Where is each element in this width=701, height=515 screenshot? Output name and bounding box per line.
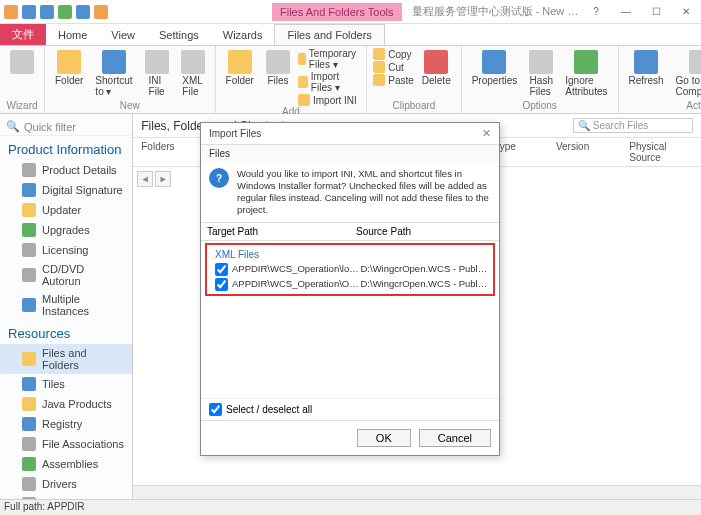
sidebar-item-assemblies[interactable]: Assemblies	[0, 454, 132, 474]
minimize-button[interactable]: —	[611, 2, 641, 22]
target-path: APPDIR\WCS_Operation\log4net.c...	[232, 263, 361, 276]
instances-icon	[22, 298, 36, 312]
forward-button[interactable]: ►	[155, 171, 171, 187]
ini-icon	[145, 50, 169, 74]
copy-button[interactable]: Copy	[373, 48, 414, 60]
sidebar-item-digital-signature[interactable]: Digital Signature	[0, 180, 132, 200]
forward-icon[interactable]	[94, 5, 108, 19]
menu-files-folders[interactable]: Files and Folders	[274, 24, 384, 45]
search-files-input[interactable]: 🔍 Search Files	[573, 118, 693, 133]
select-all-checkbox[interactable]	[209, 403, 222, 416]
registry-icon	[22, 417, 36, 431]
maximize-button[interactable]: ☐	[641, 2, 671, 22]
goto-component-button[interactable]: Go to Component	[672, 48, 701, 99]
file-row[interactable]: APPDIR\WCS_Operation\OperateT... D:\Wing…	[211, 277, 489, 292]
temporary-files-button[interactable]: Temporary Files ▾	[298, 48, 360, 70]
sidebar-item-file-assoc[interactable]: File Associations	[0, 434, 132, 454]
horizontal-scrollbar[interactable]	[133, 485, 701, 499]
redo-icon[interactable]	[58, 5, 72, 19]
cut-button[interactable]: Cut	[373, 61, 414, 73]
paste-icon	[373, 74, 385, 86]
ignore-button[interactable]: Ignore Attributes	[561, 48, 611, 99]
undo-icon[interactable]	[40, 5, 54, 19]
paste-button[interactable]: Paste	[373, 74, 414, 86]
new-ini-button[interactable]: INI File	[141, 48, 173, 99]
import-icon	[298, 76, 308, 88]
new-folder-button[interactable]: Folder	[51, 48, 87, 99]
delete-button[interactable]: Delete	[418, 48, 455, 88]
sidebar-item-drivers[interactable]: Drivers	[0, 474, 132, 494]
sidebar-item-upgrades[interactable]: Upgrades	[0, 220, 132, 240]
details-icon	[22, 163, 36, 177]
col-target-path[interactable]: Target Path	[201, 223, 350, 240]
add-folder-button[interactable]: Folder	[222, 48, 258, 106]
new-shortcut-button[interactable]: Shortcut to ▾	[91, 48, 136, 99]
import-files-button[interactable]: Import Files ▾	[298, 71, 360, 93]
upgrades-icon	[22, 223, 36, 237]
dialog-grid-body: XML Files APPDIR\WCS_Operation\log4net.c…	[205, 243, 495, 296]
file-checkbox[interactable]	[215, 263, 228, 276]
contextual-tab[interactable]: Files And Folders Tools	[272, 3, 402, 21]
temp-icon	[298, 53, 306, 65]
ribbon-label-options: Options	[468, 100, 612, 111]
col-source-path[interactable]: Source Path	[350, 223, 499, 240]
menu-view[interactable]: View	[99, 24, 147, 45]
sidebar-item-files-folders[interactable]: Files and Folders	[0, 344, 132, 374]
wizard-button[interactable]	[6, 48, 38, 77]
sidebar-item-java[interactable]: Java Products	[0, 394, 132, 414]
properties-button[interactable]: Properties	[468, 48, 522, 99]
back-button[interactable]: ◄	[137, 171, 153, 187]
file-checkbox[interactable]	[215, 278, 228, 291]
history-nav: ◄ ►	[137, 171, 171, 187]
folder-icon	[57, 50, 81, 74]
close-button[interactable]: ✕	[671, 2, 701, 22]
cancel-button[interactable]: Cancel	[419, 429, 491, 447]
ribbon-group-clipboard: Copy Cut Paste Delete Clipboard	[367, 46, 461, 113]
group-xml-files[interactable]: XML Files	[211, 247, 489, 262]
qat-icon[interactable]	[4, 5, 18, 19]
left-panel: 🔍 Quick filter Product Information Produ…	[0, 114, 133, 499]
refresh-button[interactable]: Refresh	[625, 48, 668, 99]
sidebar-item-tiles[interactable]: Tiles	[0, 374, 132, 394]
help-icon[interactable]: ?	[581, 2, 611, 22]
clipboard-list: Copy Cut Paste	[373, 48, 414, 88]
add-files-button[interactable]: Files	[262, 48, 294, 106]
close-icon[interactable]: ✕	[482, 127, 491, 140]
quick-access-toolbar	[0, 3, 112, 21]
target-path: APPDIR\WCS_Operation\OperateT...	[232, 278, 361, 291]
menu-settings[interactable]: Settings	[147, 24, 211, 45]
sidebar-item-updater[interactable]: Updater	[0, 200, 132, 220]
licensing-icon	[22, 243, 36, 257]
ribbon-label-new: New	[51, 100, 209, 111]
save-icon[interactable]	[22, 5, 36, 19]
ribbon-group-options: Properties Hash Files Ignore Attributes …	[462, 46, 619, 113]
java-icon	[22, 397, 36, 411]
dialog-titlebar: Import Files ✕	[201, 123, 499, 145]
import-ini-button[interactable]: Import INI	[298, 94, 360, 106]
question-icon: ?	[209, 168, 229, 188]
new-xml-button[interactable]: XML File	[177, 48, 209, 99]
quick-filter[interactable]: 🔍 Quick filter	[0, 118, 132, 136]
sidebar-item-services[interactable]: Services	[0, 494, 132, 499]
menu-wizards[interactable]: Wizards	[211, 24, 275, 45]
folder-icon	[228, 50, 252, 74]
sidebar-item-registry[interactable]: Registry	[0, 414, 132, 434]
col-source[interactable]: Physical Source	[629, 141, 693, 163]
menu-home[interactable]: Home	[46, 24, 99, 45]
sidebar-item-cddvd[interactable]: CD/DVD Autorun	[0, 260, 132, 290]
sidebar-item-licensing[interactable]: Licensing	[0, 240, 132, 260]
ribbon-label-actions: Actions	[625, 100, 701, 111]
sidebar-item-multiple-instances[interactable]: Multiple Instances	[0, 290, 132, 320]
ok-button[interactable]: OK	[357, 429, 411, 447]
sidebar-item-product-details[interactable]: Product Details	[0, 160, 132, 180]
col-version[interactable]: Version	[556, 141, 589, 163]
window-controls: ? — ☐ ✕	[581, 2, 701, 22]
file-row[interactable]: APPDIR\WCS_Operation\log4net.c... D:\Win…	[211, 262, 489, 277]
hash-button[interactable]: Hash Files	[525, 48, 557, 99]
back-icon[interactable]	[76, 5, 90, 19]
menu-file[interactable]: 文件	[0, 24, 46, 45]
updater-icon	[22, 203, 36, 217]
ribbon: Wizard Folder Shortcut to ▾ INI File XML…	[0, 46, 701, 114]
ignore-icon	[574, 50, 598, 74]
menubar: 文件 Home View Settings Wizards Files and …	[0, 24, 701, 46]
